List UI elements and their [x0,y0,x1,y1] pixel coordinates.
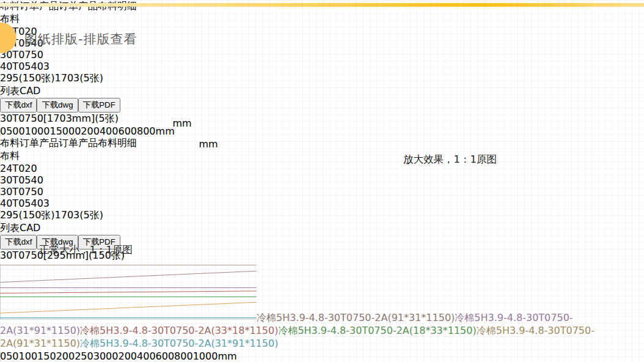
view-tab[interactable]: 列表 [0,222,20,234]
view-tabs: 列表CAD [0,85,644,98]
piece-annotation: 冷棉5H3.9-4.8-30T0750-2A(31*91*1150) [80,338,278,349]
tree-item-label: 40T05403 [0,61,49,72]
x-tick-label: 400 [137,350,156,362]
nav-tab[interactable]: 布料 [0,137,20,149]
x-tick-label: 0 [112,350,118,362]
app-window-normal-size: 布料订单产品订单产品布料明细 布料24T02030T054030T075040T… [0,0,644,137]
view-tabs: 列表CAD [0,222,644,235]
tree-item[interactable]: 40T05403 [0,198,644,209]
y-tick-label: 150 [37,350,56,362]
x-axis-label: mm [54,117,310,129]
export-button[interactable]: 下载dxf [0,235,37,249]
piece-annotation: 冷棉5H3.9-4.8-30T0750-2A(33*18*1150) [80,325,278,336]
y-tick-label: 500 [6,125,25,137]
y-tick-label: 0 [0,125,6,137]
y-tick-label: 200 [56,350,75,362]
y-tick-label: 250 [75,350,93,362]
x-tick-label: 800 [174,350,193,362]
tree-root-row[interactable]: 布料 [0,150,644,163]
tree-item[interactable]: 40T05403 [0,61,644,72]
x-tick-label: 600 [156,350,175,362]
size-tab[interactable]: 295(150张) [0,72,55,84]
y-tick-label: 1000 [25,125,50,137]
tree-root-label: 布料 [0,150,20,161]
tree-item[interactable]: 24T020 [0,163,644,174]
export-button-label: 下载dxf [5,100,32,109]
window-main: 295(150张)1703(5张) 列表CAD 下载dxf下载dwg下载PDF … [0,209,644,362]
export-button-label: 下载PDF [83,100,115,109]
size-tab[interactable]: 1703(5张) [55,209,103,221]
bottom-accent-bar [285,293,573,327]
export-button-label: 下载dxf [5,237,32,246]
fabric-tree: 布料24T02030T054030T075040T05403 [0,150,644,209]
tree-item-label: 24T020 [0,163,37,174]
x-tick-label: 1000 [193,350,218,362]
export-button[interactable]: 下载dxf [0,98,37,113]
tree-item[interactable]: 30T0750 [0,49,644,61]
tree-item[interactable]: 30T0540 [0,174,644,186]
size-tab[interactable]: 1703(5张) [55,72,103,84]
y-tick-label: 0 [0,350,6,362]
tree-root-row[interactable]: 布料 [0,13,644,26]
x-tick-label: 200 [118,350,137,362]
tree-items: 24T02030T054030T075040T05403 [0,163,644,209]
export-button[interactable]: 下载PDF [78,98,120,113]
caption-zoomed: 放大效果，1：1原图 [403,153,497,166]
y-axis-label: mm [218,350,236,362]
nav-tab[interactable]: 订单产品 [20,137,59,149]
export-buttons: 下载dxf下载dwg下载PDF [0,98,644,113]
tree-item-label: 30T0750 [0,186,43,198]
width-tabs: 295(150张)1703(5张) [0,209,644,222]
size-tab[interactable]: 295(150张) [0,209,55,221]
y-tick-label: 100 [19,350,38,362]
slide-title: 图纸排版-排版查看 [24,31,137,48]
slide: 图纸排版-排版查看 布料订单产品订单产品布料明细 布料24T02030T0540… [0,0,644,362]
y-tick-label: 300 [93,350,112,362]
export-button[interactable]: 下载dwg [37,98,78,113]
tree-item-label: 30T0540 [0,174,43,186]
width-tabs: 295(150张)1703(5张) [0,72,644,85]
piece-lines-svg [0,262,257,321]
export-button-label: 下载dwg [42,100,73,109]
view-tab[interactable]: 列表 [0,85,20,97]
x-axis-label: mm [64,138,353,150]
y-tick-label: 50 [6,350,18,362]
tree-item-label: 40T05403 [0,198,49,209]
top-accent-bar [0,3,644,7]
view-tab[interactable]: CAD [20,85,40,97]
tree-item[interactable]: 30T0750 [0,186,644,198]
view-tab[interactable]: CAD [20,222,40,234]
caption-normal: 正常大小，1：1原图 [39,243,133,257]
